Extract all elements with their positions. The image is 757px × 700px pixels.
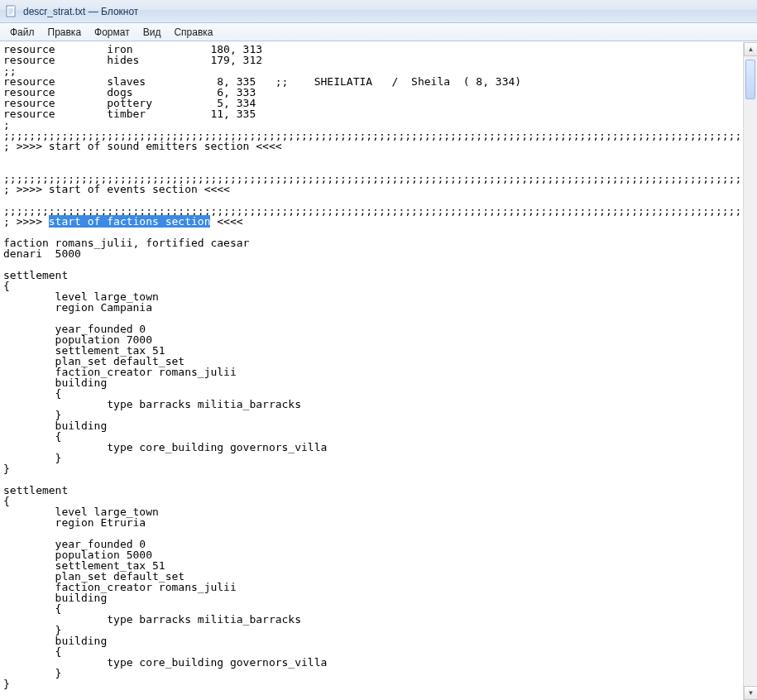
editor-area: resource iron 180, 313resource hides 179… bbox=[0, 41, 757, 700]
notepad-icon bbox=[5, 5, 18, 18]
editor-line-selection: ; >>>> start of factions section <<<< bbox=[3, 216, 740, 227]
editor-line: settlement bbox=[3, 270, 740, 280]
editor-line: faction romans_julii, fortified caesar bbox=[3, 237, 740, 248]
editor-line: region Etruria bbox=[3, 517, 740, 528]
editor-line: building bbox=[3, 592, 740, 603]
menu-bar: Файл Правка Формат Вид Справка bbox=[0, 23, 757, 41]
scrollbar-track[interactable] bbox=[744, 56, 757, 686]
editor-line: settlement bbox=[3, 485, 740, 496]
editor-line: type barracks militia_barracks bbox=[3, 614, 740, 625]
text-selection: start of factions section bbox=[49, 215, 211, 228]
editor-line: building bbox=[3, 420, 740, 431]
selection-suffix: <<<< bbox=[210, 215, 242, 228]
editor-line: } bbox=[3, 463, 740, 474]
editor-line: type barracks militia_barracks bbox=[3, 399, 740, 410]
editor-line: resource timber 11, 335 bbox=[3, 108, 740, 119]
menu-edit[interactable]: Правка bbox=[41, 24, 89, 41]
editor-line bbox=[3, 474, 740, 485]
editor-line: region Campania bbox=[3, 302, 740, 313]
editor-line: building bbox=[3, 377, 740, 388]
menu-help[interactable]: Справка bbox=[167, 24, 219, 41]
editor-line: faction_creator romans_julii bbox=[3, 582, 740, 592]
selection-prefix: ; >>>> bbox=[3, 215, 49, 228]
menu-view[interactable]: Вид bbox=[137, 24, 168, 41]
editor-line: ; >>>> start of events section <<<< bbox=[3, 184, 740, 194]
scroll-down-button[interactable]: ▼ bbox=[744, 686, 757, 700]
scrollbar-thumb[interactable] bbox=[745, 60, 755, 99]
editor-line: type core_building governors_villa bbox=[3, 657, 740, 668]
editor-line: } bbox=[3, 678, 740, 689]
editor-line: resource hides 179, 312 bbox=[3, 55, 740, 65]
editor-line: } bbox=[3, 668, 740, 678]
text-editor[interactable]: resource iron 180, 313resource hides 179… bbox=[0, 42, 743, 700]
editor-line bbox=[3, 259, 740, 270]
editor-line bbox=[3, 151, 740, 162]
scroll-up-button[interactable]: ▲ bbox=[744, 42, 757, 56]
editor-line: building bbox=[3, 635, 740, 646]
editor-line: type core_building governors_villa bbox=[3, 442, 740, 453]
vertical-scrollbar[interactable]: ▲ ▼ bbox=[743, 42, 757, 700]
menu-file[interactable]: Файл bbox=[3, 24, 41, 41]
editor-line: } bbox=[3, 453, 740, 463]
editor-line: } bbox=[3, 410, 740, 420]
editor-line: ; >>>> start of sound emitters section <… bbox=[3, 141, 740, 151]
window-titlebar: descr_strat.txt — Блокнот bbox=[0, 0, 757, 23]
editor-line: faction_creator romans_julii bbox=[3, 367, 740, 377]
window-title: descr_strat.txt — Блокнот bbox=[23, 6, 138, 17]
editor-line: } bbox=[3, 625, 740, 635]
editor-line: denari 5000 bbox=[3, 248, 740, 259]
menu-format[interactable]: Формат bbox=[88, 24, 137, 41]
